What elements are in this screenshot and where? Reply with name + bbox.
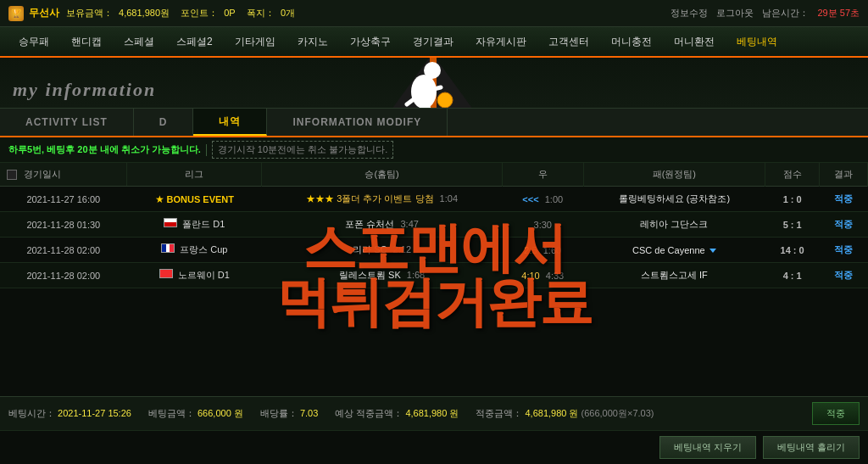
away-odds-3: 1:60 [543, 245, 561, 255]
draw-arrow-1: <<< [522, 194, 538, 204]
league-name-2: 폴란드 D1 [182, 219, 225, 229]
balance-label: 보유금액： [66, 8, 113, 18]
logout-link[interactable]: 로그아웃 [716, 7, 754, 20]
nav-bar: 승무패 핸디캡 스페셜 스페셜2 기타게임 카지노 가상축구 경기결과 자유게시… [0, 27, 868, 58]
col-draw: 우 [502, 163, 583, 187]
balance-value: 4,681,980원 [119, 8, 170, 18]
tab-activity-list[interactable]: ACTIVITY LIST [0, 109, 134, 136]
away-name-2: 레히아 그단스크 [640, 219, 708, 229]
table-row: 2021-11-28 01:30 폴란드 D1 포폰 슈처선 3:47 3:30… [0, 212, 868, 238]
home-name-1: 3폴더 추가 이벤트 당첨 [337, 193, 433, 204]
draw-cell-1: <<< 1:00 [502, 187, 583, 212]
home-cell-4: 릴레스트룀 SK 1:68 [262, 263, 502, 288]
draw-score-3: 2:5 [524, 245, 537, 255]
bottom-info-bar: 베팅시간： 2021-11-27 15:26 베팅금액： 666,000 원 배… [0, 396, 868, 430]
svg-point-6 [437, 92, 453, 108]
nav-item-8[interactable]: 자유게시판 [465, 30, 537, 54]
tab-d[interactable]: D [134, 109, 194, 136]
dropdown-arrow-icon[interactable] [709, 249, 716, 253]
draw-cell-2: 3:30 [502, 212, 583, 238]
nav-item-2[interactable]: 스페셜 [114, 30, 164, 54]
nav-item-11[interactable]: 머니환전 [664, 30, 725, 54]
away-name-4: 스트룀스고세 IF [641, 270, 708, 280]
score-cell-2: 5 : 1 [765, 212, 820, 238]
win-detail: (666,000원×7.03) [581, 408, 654, 418]
draw-cell-4: 4:10 4:33 [502, 263, 583, 288]
draw-score-4: 4:10 [521, 271, 539, 281]
notice-text-2-content: 경기시작 10분전에는 취소 불가능합니다. [218, 144, 387, 154]
table-row: 2021-11-27 16:00 ★ BONUS EVENT ★★★ 3폴더 추… [0, 187, 868, 212]
tab-history[interactable]: 내역 [193, 109, 267, 136]
score-cell-4: 4 : 1 [765, 263, 820, 288]
home-name-4: 릴레스트룀 SK [339, 270, 401, 280]
home-cell-2: 포폰 슈처선 3:47 [262, 212, 502, 238]
win-amount-value: 4,681,980 원 [525, 408, 578, 418]
col-score: 점수 [765, 163, 820, 187]
flag-fr-icon [161, 243, 175, 253]
bottom-actions: 베팅내역 지우기 베팅내역 흘리기 [0, 430, 868, 464]
result-cell-3: 적중 [820, 238, 868, 263]
top-bar: 🏆 무선사 보유금액： 4,681,980원 포인트： 0P 폭지： 0개 정보… [0, 0, 868, 27]
banner-area: my information [0, 58, 868, 109]
nav-item-0[interactable]: 승무패 [8, 30, 59, 54]
nav-item-4[interactable]: 기타게임 [225, 30, 286, 54]
odds-label: 배당률： 7.03 [260, 407, 318, 420]
result-badge-2: 적중 [834, 219, 853, 229]
tabs-bar: ACTIVITY LIST D 내역 INFORMATION MODIFY [0, 109, 868, 137]
table-row: 2021-11-28 02:00 노르웨이 D1 릴레스트룀 SK 1:68 4… [0, 263, 868, 288]
time-value: 29분 57초 [817, 7, 860, 20]
delete-history-button[interactable]: 베팅내역 지우기 [659, 436, 756, 459]
basketball-player-icon [390, 58, 475, 109]
win-label: 적중금액： 4,681,980 원 (666,000원×7.03) [476, 407, 654, 420]
away-name-3: CSC de Cayenne [632, 245, 705, 255]
nav-item-1[interactable]: 핸디캡 [61, 30, 112, 54]
info-edit-link[interactable]: 정보수정 [670, 7, 708, 20]
home-odds-4: 1:68 [407, 270, 425, 280]
league-name-1: BONUS EVENT [167, 194, 234, 204]
page-title: my information [13, 79, 156, 101]
table-area: 경기일시 리그 승(홈팀) 우 패(원정팀) 점수 결과 2021-11-27 … [0, 163, 868, 396]
league-cell-3: 프랑스 Cup [127, 238, 262, 263]
bet-amount-value: 666,000 원 [198, 408, 243, 418]
nav-item-7[interactable]: 경기결과 [403, 30, 464, 54]
tab-info-modify[interactable]: INFORMATION MODIFY [267, 109, 448, 136]
col-away: 패(원정팀) [583, 163, 765, 187]
bet-time-value: 2021-11-27 15:26 [58, 408, 131, 418]
league-cell-2: 폴란드 D1 [127, 212, 262, 238]
score-cell-1: 1 : 0 [765, 187, 820, 212]
nav-item-10[interactable]: 머니충전 [601, 30, 662, 54]
col-league: 리그 [127, 163, 262, 187]
balance-info: 보유금액： 4,681,980원 포인트： 0P 폭지： 0개 [64, 7, 297, 20]
away-odds-4: 4:33 [546, 271, 564, 281]
username-label: 무선사 [29, 6, 59, 20]
history-flow-button[interactable]: 베팅내역 흘리기 [763, 436, 860, 459]
away-odds-2: 3:30 [534, 220, 552, 230]
league-name-3: 프랑스 Cup [180, 244, 227, 254]
nav-item-5[interactable]: 카지노 [287, 30, 338, 54]
flag-no-icon [159, 269, 173, 278]
result-btn[interactable]: 적중 [812, 402, 860, 425]
bet-amount-label: 베팅금액： 666,000 원 [148, 407, 243, 420]
away-cell-2: 레히아 그단스크 [583, 212, 765, 238]
home-cell-3: 리라 SC 2:12 [262, 238, 502, 263]
table-row: 2021-11-28 02:00 프랑스 Cup 리라 SC 2:12 2:5 … [0, 238, 868, 263]
star-icon-1: ★ [155, 193, 164, 205]
odds-value: 7.03 [300, 408, 318, 418]
nav-item-12[interactable]: 베팅내역 [726, 30, 787, 54]
nav-item-9[interactable]: 고객센터 [538, 30, 599, 54]
logo-container [364, 58, 500, 109]
nav-item-3[interactable]: 스페셜2 [166, 30, 223, 54]
away-cell-1: 롤링베팅하세요 (공차참조) [583, 187, 765, 212]
col-datetime: 경기일시 [0, 163, 127, 186]
result-badge-3: 적중 [834, 244, 853, 254]
select-all-checkbox[interactable] [7, 170, 17, 180]
nav-item-6[interactable]: 가상축구 [340, 30, 401, 54]
pok-value: 0개 [281, 8, 295, 18]
datetime-cell-2: 2021-11-28 01:30 [0, 212, 127, 238]
datetime-cell-4: 2021-11-28 02:00 [0, 263, 127, 288]
col-result: 결과 [820, 163, 868, 187]
pok-label: 폭지： [247, 8, 275, 18]
home-name-2: 포폰 슈처선 [345, 219, 394, 229]
table-header-row: 경기일시 리그 승(홈팀) 우 패(원정팀) 점수 결과 [0, 163, 868, 187]
trophy-icon: 🏆 [8, 6, 24, 21]
